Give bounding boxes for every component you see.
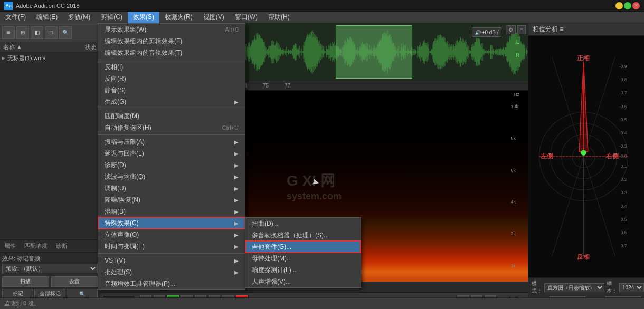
menu-amplitude[interactable]: 振幅与压限(A) ▶ — [98, 136, 245, 148]
maximize-button[interactable]: □ — [624, 2, 631, 9]
diagnostics-arrow: ▶ — [234, 162, 239, 168]
submenu-guitar-suite[interactable]: 吉他套件(G)... — [245, 241, 361, 253]
sample-select[interactable]: 1024 — [619, 283, 644, 292]
left-panel: ≡ ⊞ ◧ □ 🔍 名称 ▲ 状态 ▶ 无标题(1).wma 属性 匹配响度 诊… — [0, 23, 100, 309]
svg-text:-0.9: -0.9 — [619, 64, 627, 69]
menu-generate[interactable]: 生成(G) ▶ — [98, 96, 245, 108]
amplitude-arrow: ▶ — [234, 139, 239, 145]
special-arrow: ▶ — [234, 220, 239, 226]
settings-button[interactable]: 设置 — [51, 276, 98, 287]
menu-reverse[interactable]: 反向(R) — [98, 73, 245, 84]
db-display: +0 dB — [482, 30, 496, 35]
menu-time-pitch[interactable]: 时间与变调(E) ▶ — [98, 240, 245, 252]
submenu-distortion[interactable]: 扭曲(D)... — [245, 218, 361, 229]
batch-arrow: ▶ — [234, 269, 239, 275]
menu-favorites[interactable]: 收藏夹(R) — [159, 12, 198, 23]
selected-region[interactable] — [336, 25, 413, 79]
toolbar-btn-2[interactable]: ⊞ — [16, 26, 29, 39]
menu-filter-eq[interactable]: 滤波与均衡(Q) ▶ — [98, 171, 245, 182]
effects-label: 效果: 标记音频 — [2, 255, 98, 263]
menu-reverb[interactable]: 混响(B) ▶ — [98, 206, 245, 217]
filter-arrow: ▶ — [234, 174, 239, 180]
menu-edit[interactable]: 编辑(E) — [31, 12, 63, 23]
effects-action-row: 扫描 设置 — [2, 276, 98, 287]
menu-file[interactable]: 文件(F) — [0, 12, 31, 23]
menu-bar: 文件(F) 编辑(E) 多轨(M) 剪辑(C) 效果(S) 收藏夹(R) 视图(… — [0, 12, 644, 23]
sep-3 — [98, 134, 245, 135]
freq-1k: 1k — [510, 263, 518, 268]
tab-properties[interactable]: 属性 — [0, 240, 20, 252]
app-title: Adobe Audition CC 2018 — [16, 3, 615, 9]
submenu-doppler[interactable]: 多普勒换档器（处理）(S)... — [245, 229, 361, 241]
svg-text:0.5: 0.5 — [621, 217, 627, 222]
menu-window[interactable]: 窗口(W) — [230, 12, 263, 23]
menu-edit-clip-effects[interactable]: 编辑效果组内的剪辑效果(F) — [98, 35, 245, 47]
phase-title: 相位分析 ≡ — [533, 25, 563, 34]
menu-view[interactable]: 视图(V) — [198, 12, 230, 23]
tab-diagnostics[interactable]: 诊断 — [52, 240, 72, 252]
toolbar-btn-4[interactable]: □ — [45, 26, 58, 39]
file-item[interactable]: ▶ 无标题(1).wma — [0, 53, 100, 63]
svg-text:0.0: 0.0 — [621, 153, 627, 159]
menu-special-effects[interactable]: 特殊效果(C) ▶ 扭曲(D)... 多普勒换档器（处理）(S)... 吉他套件… — [98, 217, 245, 229]
freq-labels: 10k 8k 6k 4k 2k 1k — [510, 91, 518, 282]
right-panel: 相位分析 ≡ — [528, 23, 644, 309]
menu-batch[interactable]: 批处理(S) ▶ — [98, 266, 245, 278]
time-77: 77 — [285, 83, 290, 89]
scan-button[interactable]: 扫描 — [2, 276, 49, 287]
toolbar-btn-3[interactable]: ◧ — [31, 26, 43, 39]
submenu-mastering[interactable]: 母带处理(M)... — [245, 253, 361, 264]
volume-area: 🔊 +0 dB ⧸ — [472, 27, 501, 37]
menu-delay-echo[interactable]: 延迟与回声(L) ▶ — [98, 148, 245, 159]
svg-text:-0.7: -0.7 — [619, 90, 627, 95]
menu-invert[interactable]: 反相(I) — [98, 61, 245, 73]
special-effects-submenu[interactable]: 扭曲(D)... 多普勒换档器（处理）(S)... 吉他套件(G)... 母带处… — [245, 217, 361, 288]
menu-diagnostics[interactable]: 诊断(D) ▶ — [98, 159, 245, 171]
close-button[interactable]: ✕ — [632, 2, 640, 9]
submenu-loudness-radar[interactable]: 响度探测计(L)... — [245, 264, 361, 276]
volume-icon: 🔊 — [475, 30, 481, 35]
svg-text:-0.3: -0.3 — [619, 143, 627, 149]
menu-vst[interactable]: VST(V) ▶ — [98, 255, 245, 266]
menu-help[interactable]: 帮助(H) — [263, 12, 295, 23]
menu-multitrack[interactable]: 多轨(M) — [63, 12, 96, 23]
menu-noise-reduction[interactable]: 降噪/恢复(N) ▶ — [98, 194, 245, 206]
svg-point-10 — [581, 150, 586, 156]
menu-plugin-manager[interactable]: 音频增效工具管理器(P)... — [98, 278, 245, 289]
mod-arrow: ▶ — [234, 186, 239, 191]
tab-match-loudness[interactable]: 匹配响度 — [20, 240, 52, 252]
menu-auto-heal[interactable]: 自动修复选区(H) Ctrl+U — [98, 122, 245, 133]
menu-modulation[interactable]: 调制(U) ▶ — [98, 182, 245, 194]
freq-10k: 10k — [510, 104, 518, 109]
waveform-tool-1[interactable]: ⚙ — [506, 25, 516, 34]
menu-effects[interactable]: 效果(S) — [128, 12, 159, 23]
menu-edit-track-effects[interactable]: 编辑效果组内的音轨效果(T) — [98, 47, 245, 59]
files-list: ▶ 无标题(1).wma — [0, 53, 100, 239]
sep-1 — [98, 60, 245, 60]
submenu-vocal-enhance[interactable]: 人声增强(V)... — [245, 276, 361, 287]
panel-tabs-row: 属性 匹配响度 诊断 — [0, 239, 100, 252]
minimize-button[interactable]: ─ — [615, 2, 623, 9]
svg-text:0.4: 0.4 — [621, 204, 627, 209]
menu-clip[interactable]: 剪辑(C) — [96, 12, 128, 23]
stereo-arrow: ▶ — [234, 232, 239, 238]
menu-stereo[interactable]: 立体声像(O) ▶ — [98, 229, 245, 240]
toolbar-row: ≡ ⊞ ◧ □ 🔍 — [0, 23, 100, 42]
phase-canvas: 正相 反相 左侧 右侧 -0.9 -0.8 -0.7 -0.6 -0.5 -0.… — [528, 36, 644, 277]
reverb-arrow: ▶ — [234, 209, 239, 215]
freq-8k: 8k — [510, 136, 518, 141]
menu-show-effects-rack[interactable]: 显示效果组(W) Alt+0 — [98, 24, 245, 35]
effects-dropdown[interactable]: 显示效果组(W) Alt+0 编辑效果组内的剪辑效果(F) 编辑效果组内的音轨效… — [98, 23, 245, 290]
toolbar-btn-1[interactable]: ≡ — [2, 26, 15, 39]
menu-silence[interactable]: 静音(S) — [98, 84, 245, 96]
menu-match-loudness[interactable]: 匹配响度(M) — [98, 110, 245, 122]
phase-svg: 正相 反相 左侧 右侧 -0.9 -0.8 -0.7 -0.6 -0.5 -0.… — [534, 41, 633, 272]
toolbar-btn-search[interactable]: 🔍 — [59, 26, 72, 39]
waveform-tool-2[interactable]: ≡ — [517, 25, 526, 34]
preset-select[interactable]: 预设: （默认） — [2, 264, 98, 273]
mode-select[interactable]: 直方图（日志缩放） — [544, 283, 604, 292]
svg-text:0.6: 0.6 — [621, 230, 627, 235]
freq-4k: 4k — [510, 199, 518, 205]
sep-4 — [98, 253, 245, 254]
status-bar: 监测到 0 段。 — [0, 297, 644, 309]
